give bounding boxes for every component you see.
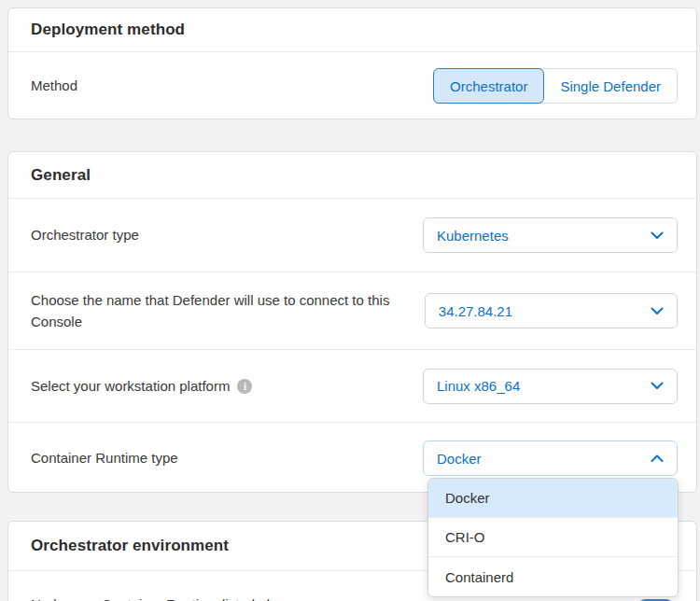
workstation-platform-select[interactable]: Linux x86_64 xyxy=(423,369,678,404)
container-runtime-value: Docker xyxy=(437,451,482,467)
console-name-select[interactable]: 34.27.84.21 xyxy=(425,293,678,328)
orchestrator-type-row: Orchestrator type Kubernetes xyxy=(8,199,696,273)
chevron-down-icon xyxy=(651,307,664,315)
method-option-orchestrator[interactable]: Orchestrator xyxy=(433,68,544,104)
chevron-down-icon xyxy=(651,231,664,240)
container-runtime-label: Container Runtime type xyxy=(31,447,178,468)
deployment-method-section: Deployment method Method Orchestrator Si… xyxy=(7,7,697,119)
method-toggle-group: Orchestrator Single Defender xyxy=(433,68,678,104)
method-row: Method Orchestrator Single Defender xyxy=(8,52,696,119)
env-row-label: Nodes use Container Runtime listed above xyxy=(31,596,297,601)
orchestrator-type-select[interactable]: Kubernetes xyxy=(423,217,678,253)
container-runtime-select[interactable]: Docker xyxy=(423,440,678,476)
console-name-row: Choose the name that Defender will use t… xyxy=(8,273,696,350)
general-title: General xyxy=(8,152,696,199)
method-label: Method xyxy=(31,75,77,96)
orchestrator-type-value: Kubernetes xyxy=(437,228,509,244)
deployment-method-title: Deployment method xyxy=(8,8,696,52)
workstation-platform-row: Select your workstation platform i Linux… xyxy=(8,350,696,423)
info-icon[interactable]: i xyxy=(237,379,252,394)
general-section: General Orchestrator type Kubernetes Cho… xyxy=(7,151,697,493)
workstation-platform-value: Linux x86_64 xyxy=(437,378,520,394)
orchestrator-type-label: Orchestrator type xyxy=(31,224,139,245)
runtime-option-containerd[interactable]: Containerd xyxy=(428,557,678,596)
container-runtime-dropdown-menu: Docker CRI-O Containerd xyxy=(427,478,679,597)
chevron-down-icon xyxy=(651,382,664,390)
workstation-platform-label: Select your workstation platform i xyxy=(31,375,252,397)
chevron-up-icon xyxy=(651,454,664,463)
runtime-option-docker[interactable]: Docker xyxy=(428,479,678,518)
method-option-single-defender[interactable]: Single Defender xyxy=(544,69,677,103)
console-name-value: 34.27.84.21 xyxy=(439,303,512,319)
runtime-option-cri-o[interactable]: CRI-O xyxy=(428,518,678,557)
console-name-label: Choose the name that Defender will use t… xyxy=(31,289,425,333)
